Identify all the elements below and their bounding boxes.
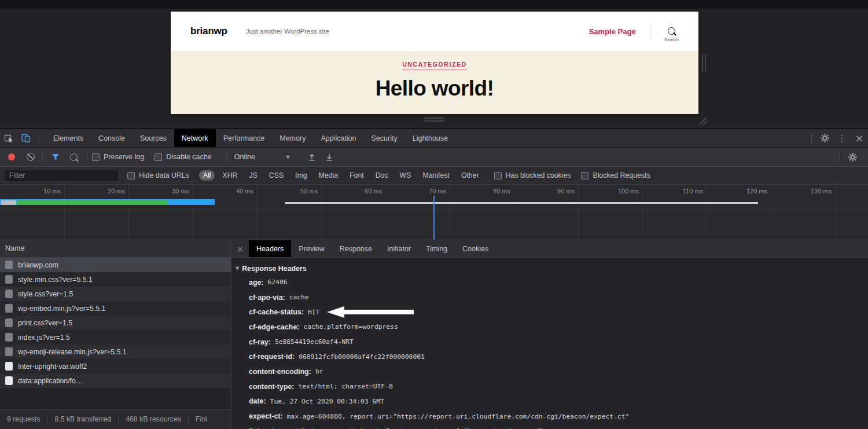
device-toolbar-icon[interactable] <box>17 129 35 147</box>
header-value: cache,platform=wordpress <box>303 323 398 331</box>
table-row[interactable]: wp-embed.min.js?ver=5.5.1 <box>0 301 231 316</box>
site-search-button[interactable]: Search <box>664 27 679 42</box>
filter-type-ws[interactable]: WS <box>396 170 415 181</box>
filter-type-doc[interactable]: Doc <box>372 170 392 181</box>
table-row[interactable]: data:application/fo… <box>0 373 231 388</box>
status-item: Fini <box>188 415 214 424</box>
details-tab-response[interactable]: Response <box>332 240 380 257</box>
disable-cache-toggle: Disable cache <box>155 153 212 161</box>
name-column-header[interactable]: Name <box>0 240 231 258</box>
network-overview-timeline[interactable]: 10 ms20 ms30 ms40 ms50 ms60 ms70 ms80 ms… <box>0 185 868 240</box>
search-network-icon[interactable] <box>70 153 78 161</box>
timeline-tick-label: 10 ms <box>18 188 61 195</box>
timeline-gridline <box>707 185 707 240</box>
filter-type-font[interactable]: Font <box>345 170 368 181</box>
toolbar-divider-5 <box>839 152 840 162</box>
kebab-menu-icon[interactable]: ⋮ <box>833 129 851 147</box>
tab-elements[interactable]: Elements <box>46 129 91 147</box>
response-header-row: expect-ct:max-age=604800, report-uri="ht… <box>231 409 868 424</box>
device-resize-handle-right[interactable] <box>702 54 706 71</box>
filter-type-manifest[interactable]: Manifest <box>418 170 453 181</box>
filter-type-img[interactable]: Img <box>291 170 311 181</box>
close-devtools-icon[interactable]: × <box>851 129 868 147</box>
response-headers-section-toggle[interactable]: ▼ Response Headers <box>231 262 868 275</box>
settings-gear-icon[interactable] <box>816 129 833 147</box>
hide-data-urls-checkbox[interactable] <box>127 172 135 179</box>
tab-memory[interactable]: Memory <box>272 129 313 147</box>
header-name: cf-ray: <box>249 338 271 346</box>
timeline-tick-label: 90 ms <box>532 188 575 195</box>
table-row[interactable]: style.css?ver=1.5 <box>0 287 231 301</box>
close-details-icon[interactable]: × <box>231 240 249 257</box>
details-tab-timing[interactable]: Timing <box>418 240 455 257</box>
table-row[interactable]: print.css?ver=1.5 <box>0 316 231 330</box>
throttling-value: Online <box>234 153 255 161</box>
search-label: Search <box>664 37 679 42</box>
timeline-tick-label: 130 ms <box>789 188 832 195</box>
filter-type-js[interactable]: JS <box>245 170 261 181</box>
table-row[interactable]: index.js?ver=1.5 <box>0 330 231 344</box>
site-title[interactable]: brianwp <box>190 25 227 37</box>
table-row[interactable]: style.min.css?ver=5.5.1 <box>0 272 231 287</box>
has-blocked-cookies-checkbox[interactable] <box>494 172 502 179</box>
tab-sources[interactable]: Sources <box>133 129 174 147</box>
filter-type-all[interactable]: All <box>199 170 215 181</box>
timeline-tick-label: 80 ms <box>468 188 510 195</box>
devtools-panel: ElementsConsoleSourcesNetworkPerformance… <box>0 129 868 429</box>
filter-funnel-icon[interactable] <box>47 153 64 161</box>
device-resize-handle-corner[interactable] <box>697 115 708 126</box>
nav-sample-page-link[interactable]: Sample Page <box>589 27 636 36</box>
throttling-dropdown[interactable]: Online ▼ <box>231 152 293 162</box>
post-category-link[interactable]: UNCATEGORIZED <box>402 61 467 70</box>
table-row[interactable]: Inter-upright-var.woff2 <box>0 359 231 373</box>
blocked-requests-checkbox[interactable] <box>581 172 589 179</box>
header-value: max-age=604800, report-uri="https://repo… <box>287 413 630 420</box>
table-row[interactable]: wp-emoji-release.min.js?ver=5.5.1 <box>0 344 231 359</box>
details-tab-initiator[interactable]: Initiator <box>380 240 418 257</box>
tab-console[interactable]: Console <box>91 129 133 147</box>
export-har-icon[interactable] <box>321 153 338 161</box>
tab-network[interactable]: Network <box>174 129 216 147</box>
document-file-icon <box>5 289 13 298</box>
tabbar-spacer <box>455 129 807 147</box>
toolbar-divider-1 <box>42 152 43 162</box>
header-name: cf-cache-status: <box>249 308 304 316</box>
details-tab-preview[interactable]: Preview <box>291 240 332 257</box>
tab-lighthouse[interactable]: Lighthouse <box>405 129 455 147</box>
blocked-requests-label: Blocked Requests <box>593 171 650 179</box>
screenshot-root: brianwp Just another WordPress site Samp… <box>0 0 868 429</box>
filter-type-other[interactable]: Other <box>457 170 483 181</box>
tab-performance[interactable]: Performance <box>216 129 273 147</box>
filter-type-media[interactable]: Media <box>315 170 343 181</box>
table-row[interactable]: brianwp.com <box>0 258 231 272</box>
tab-application[interactable]: Application <box>313 129 363 147</box>
request-name: data:application/fo… <box>18 377 83 385</box>
timeline-tick-label: 60 ms <box>339 188 382 195</box>
device-resize-handle-bottom[interactable] <box>424 118 444 122</box>
record-network-log-icon[interactable] <box>8 153 15 160</box>
headers-panel: ▼ Response Headers age:62406cf-apo-via:c… <box>231 258 868 429</box>
filter-type-css[interactable]: CSS <box>265 170 288 181</box>
status-item: 468 kB resources <box>118 415 188 424</box>
disable-cache-checkbox[interactable] <box>155 153 162 161</box>
preserve-log-checkbox[interactable] <box>92 153 100 161</box>
details-tab-cookies[interactable]: Cookies <box>455 240 496 257</box>
network-settings-gear-icon[interactable] <box>844 153 861 162</box>
requests-pane: Name brianwp.comstyle.min.css?ver=5.5.1s… <box>0 240 231 429</box>
inspect-element-icon[interactable] <box>0 129 17 147</box>
header-name: cf-edge-cache: <box>249 323 299 331</box>
import-har-icon[interactable] <box>303 153 321 161</box>
overview-segment-queueing-gray <box>1 200 16 205</box>
details-tab-headers[interactable]: Headers <box>249 240 291 257</box>
response-header-row: cf-cache-status:HIT <box>231 305 868 320</box>
document-file-icon <box>5 275 13 284</box>
filter-input[interactable] <box>5 170 118 181</box>
site-header: brianwp Just another WordPress site Samp… <box>171 12 698 51</box>
network-summary-bar: 9 requests8.5 kB transferred468 kB resou… <box>0 409 231 429</box>
header-value: 060912fcfb00000af4fc22f000000001 <box>299 353 425 361</box>
tab-security[interactable]: Security <box>364 129 405 147</box>
toolbar-divider-2 <box>87 152 88 162</box>
clear-network-log-icon[interactable] <box>27 153 35 161</box>
filter-type-xhr[interactable]: XHR <box>218 170 241 181</box>
request-name: style.min.css?ver=5.5.1 <box>18 276 93 284</box>
